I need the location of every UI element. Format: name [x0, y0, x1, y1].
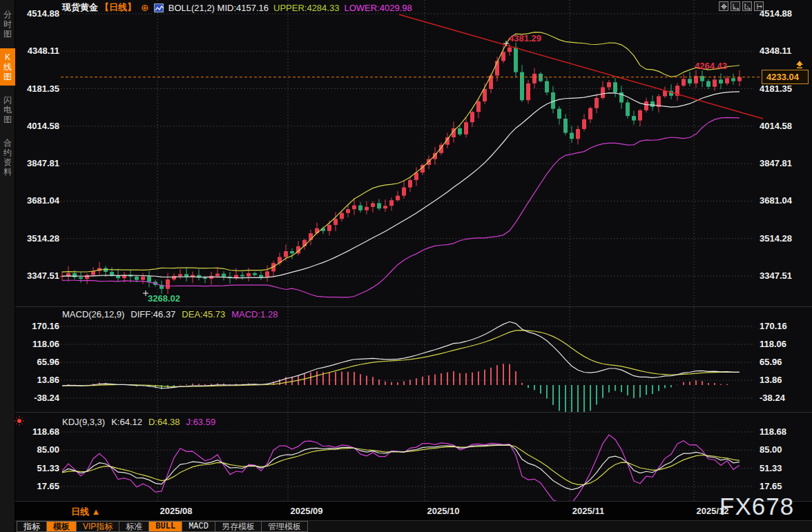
chart-type-icon[interactable] — [154, 3, 164, 12]
y-axis-label: 3681.04 — [19, 195, 59, 206]
tab-save-template[interactable]: 另存模板 — [215, 521, 262, 532]
y-axis-label: 85.00 — [760, 444, 782, 455]
symbol-name: 现货黄金 — [62, 1, 98, 14]
boll-indicator-label: BOLL(21,2) MID:4157.16 — [168, 3, 269, 13]
y-axis-label: 4348.11 — [760, 46, 791, 56]
macd-title: MACD(26,12,9) — [62, 309, 124, 319]
bottom-tab-bar: 指标模板VIP指标标准BULLMACD另存模板管理模板 — [0, 520, 812, 532]
y-axis-label: -38.24 — [760, 393, 785, 403]
panel-divider — [0, 412, 812, 413]
x-axis-month-label: 2025/08 — [160, 506, 193, 516]
macd-diff-value: DIFF:46.37 — [130, 309, 175, 319]
kdj-title: KDJ(9,3,3) — [62, 417, 105, 427]
period-tag: 【日线】 — [100, 1, 136, 14]
period-selector[interactable]: 日线 ▲ — [71, 506, 100, 518]
y-axis-label: 3347.51 — [19, 270, 59, 281]
y-axis-label: 3681.04 — [760, 195, 792, 206]
y-axis-label: 118.06 — [760, 339, 786, 349]
main-candlestick-panel[interactable] — [0, 0, 812, 306]
y-axis-label: 51.33 — [760, 463, 782, 473]
y-axis-label: 17.65 — [19, 481, 59, 491]
tab-standard[interactable]: 标准 — [119, 521, 149, 532]
x-axis-month-label: 2025/10 — [427, 506, 460, 516]
chart-toolbar — [719, 1, 764, 11]
y-axis-label: 51.33 — [19, 463, 59, 473]
chart-application: 分 时 图K 线 图闪 电 图合 约 资 料 现货黄金【日线】 ⊕ BOLL(2… — [0, 0, 812, 532]
y-axis-label: 13.86 — [760, 375, 782, 385]
y-axis-label: 4014.58 — [19, 121, 59, 131]
boll-upper-label: UPPER:4284.33 — [273, 3, 339, 13]
y-axis-label: 17.65 — [760, 481, 782, 491]
pan-right-icon[interactable] — [754, 1, 764, 11]
boll-lower-label: LOWER:4029.98 — [344, 3, 412, 13]
kdj-k-value: K:64.12 — [111, 417, 142, 427]
y-axis-label: 118.68 — [19, 426, 59, 437]
y-axis-label: 170.16 — [19, 321, 59, 331]
fit-content-icon[interactable] — [719, 1, 728, 11]
sidebar-item-contract-info[interactable]: 合 约 资 料 — [0, 134, 15, 181]
time-axis-row: 日线 ▲ 2025/082025/092025/102025/112025/12 — [0, 502, 812, 520]
y-axis-label: 65.96 — [760, 357, 782, 367]
tab-vip-indicators[interactable]: VIP指标 — [77, 521, 119, 532]
sidebar-item-kline-chart[interactable]: K 线 图 — [0, 48, 15, 86]
fx678-watermark: FX678 — [719, 493, 794, 520]
y-axis-label: -38.24 — [19, 393, 59, 403]
tab-indicators[interactable]: 指标 — [17, 521, 47, 532]
y-axis-label: 118.06 — [19, 339, 59, 349]
y-axis-label: 170.16 — [760, 321, 787, 331]
y-axis-label: 13.86 — [19, 375, 59, 385]
tab-manage-template[interactable]: 管理模板 — [262, 521, 308, 532]
peak-high-annotation: 4381.29 — [509, 33, 541, 43]
y-axis-label: 3514.28 — [19, 233, 59, 244]
y-axis-label: 3347.51 — [760, 270, 792, 281]
panel-divider — [0, 306, 812, 307]
macd-panel[interactable] — [0, 307, 812, 412]
y-axis-label: 3514.28 — [760, 233, 792, 244]
y-axis-label: 4014.58 — [760, 121, 792, 131]
y-axis-label: 4514.88 — [19, 8, 59, 19]
y-axis-label: 4181.35 — [760, 83, 792, 94]
macd-macd-value: MACD:1.28 — [231, 309, 278, 319]
y-axis-label: 3847.81 — [760, 158, 792, 168]
macd-dea-value: DEA:45.73 — [182, 309, 225, 319]
y-axis-label: 4514.88 — [760, 8, 792, 19]
macd-readout-row: MACD(26,12,9) DIFF:46.37 DEA:45.73 MACD:… — [62, 309, 278, 319]
x-axis-month-label: 2025/11 — [572, 506, 604, 516]
price-alert-icon[interactable] — [795, 59, 804, 72]
last-price-tag: 4233.04 — [762, 70, 809, 84]
y-axis-label: 3847.81 — [19, 158, 59, 168]
y-axis-label: 85.00 — [19, 444, 59, 455]
x-axis-month-label: 2025/09 — [291, 506, 323, 516]
y-axis-label: 65.96 — [19, 357, 59, 367]
tab-macd[interactable]: MACD — [182, 521, 215, 532]
y-axis-zoom-icon[interactable] — [742, 1, 752, 11]
left-sidebar: 分 时 图K 线 图闪 电 图合 约 资 料 — [0, 0, 15, 532]
y-axis-label: 4181.35 — [19, 83, 59, 94]
sidebar-item-time-chart[interactable]: 分 时 图 — [0, 6, 15, 43]
chart-header: 现货黄金【日线】 ⊕ BOLL(21,2) MID:4157.16 UPPER:… — [62, 1, 412, 14]
tab-bull[interactable]: BULL — [149, 521, 182, 532]
y-axis-label: 4348.11 — [19, 46, 59, 56]
kdj-d-value: D:64.38 — [148, 417, 180, 427]
swing-low-annotation: 3268.02 — [148, 293, 180, 304]
x-axis-zoom-icon[interactable] — [731, 1, 740, 11]
kdj-j-value: J:63.59 — [186, 417, 216, 427]
alert-dot-icon[interactable] — [14, 415, 25, 429]
kdj-readout-row: KDJ(9,3,3) K:64.12 D:64.38 J:63.59 — [62, 417, 215, 427]
tab-templates[interactable]: 模板 — [47, 521, 77, 532]
sidebar-item-lightning-chart[interactable]: 闪 电 图 — [0, 91, 15, 128]
y-axis-label: 118.68 — [760, 426, 786, 437]
swing-high-annotation: 4264.43 — [695, 61, 727, 71]
add-indicator-icon[interactable]: ⊕ — [141, 2, 149, 13]
